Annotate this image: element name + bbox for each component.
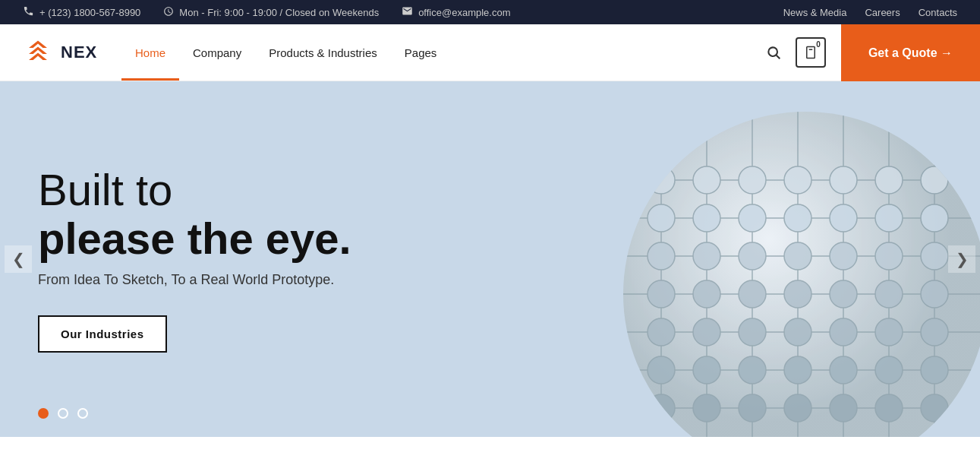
navbar: NEX Home Company Products & Industries P… xyxy=(0,24,980,81)
svg-point-41 xyxy=(830,242,857,270)
get-quote-button[interactable]: Get a Quote → xyxy=(841,24,980,81)
top-bar-right: News & Media Careers Contacts xyxy=(783,7,957,18)
hours-info: Mon - Fri: 9:00 - 19:00 / Closed on Week… xyxy=(163,6,379,19)
svg-point-26 xyxy=(784,166,811,194)
svg-point-55 xyxy=(830,318,857,346)
slider-dot-3[interactable] xyxy=(77,408,88,419)
svg-point-48 xyxy=(830,280,857,308)
search-button[interactable] xyxy=(759,38,788,67)
navbar-actions: 0 xyxy=(744,24,841,81)
svg-point-60 xyxy=(739,356,766,384)
svg-point-56 xyxy=(875,318,903,346)
svg-point-49 xyxy=(875,280,903,308)
svg-point-31 xyxy=(693,204,720,232)
top-bar: + (123) 1800-567-8990 Mon - Fri: 9:00 - … xyxy=(0,0,980,24)
hero-subtitle: From Idea To Sketch, To a Real World Pro… xyxy=(38,272,351,288)
svg-point-45 xyxy=(693,280,720,308)
svg-point-28 xyxy=(875,166,903,194)
phone-icon xyxy=(23,5,34,19)
slider-dots xyxy=(38,408,88,419)
svg-point-32 xyxy=(739,204,766,232)
svg-point-66 xyxy=(693,394,720,422)
svg-point-71 xyxy=(921,394,948,422)
svg-point-62 xyxy=(830,356,857,384)
svg-point-24 xyxy=(693,166,720,194)
svg-point-51 xyxy=(648,318,675,346)
svg-point-33 xyxy=(784,204,811,232)
svg-point-58 xyxy=(648,356,675,384)
main-nav: Home Company Products & Industries Pages xyxy=(121,24,744,81)
phone-info: + (123) 1800-567-8990 xyxy=(23,5,140,19)
svg-rect-5 xyxy=(807,47,815,59)
svg-point-61 xyxy=(784,356,811,384)
slider-prev-button[interactable]: ❮ xyxy=(5,245,32,273)
svg-point-29 xyxy=(921,166,948,194)
svg-point-3 xyxy=(768,47,777,56)
svg-point-53 xyxy=(739,318,766,346)
hero-content: Built to please the eye. From Idea To Sk… xyxy=(0,120,389,398)
svg-point-37 xyxy=(648,242,675,270)
svg-point-30 xyxy=(648,204,675,232)
svg-point-69 xyxy=(830,394,857,422)
svg-point-39 xyxy=(739,242,766,270)
svg-point-54 xyxy=(784,318,811,346)
brand-name: NEX xyxy=(61,43,97,62)
careers-link[interactable]: Careers xyxy=(865,7,900,18)
svg-point-65 xyxy=(648,394,675,422)
hero-image xyxy=(540,81,980,437)
phone-number: + (123) 1800-567-8990 xyxy=(39,7,140,18)
svg-point-8 xyxy=(623,112,980,437)
svg-point-57 xyxy=(921,318,948,346)
brand-logo-link[interactable]: NEX xyxy=(0,24,121,81)
svg-point-68 xyxy=(784,394,811,422)
hero-title: Built to please the eye. xyxy=(38,166,351,263)
chevron-right-icon: ❯ xyxy=(956,250,969,268)
chevron-left-icon: ❮ xyxy=(12,250,25,268)
hero-cta-button[interactable]: Our Industries xyxy=(38,315,167,353)
news-media-link[interactable]: News & Media xyxy=(783,7,847,18)
email-address: office@example.com xyxy=(418,7,510,18)
nav-item-products[interactable]: Products & Industries xyxy=(255,24,391,81)
svg-point-67 xyxy=(739,394,766,422)
search-icon xyxy=(766,45,781,60)
nav-item-company[interactable]: Company xyxy=(179,24,255,81)
hero-section: ❮ Built to please the eye. From Idea To … xyxy=(0,81,980,437)
svg-point-47 xyxy=(784,280,811,308)
svg-point-25 xyxy=(739,166,766,194)
svg-point-34 xyxy=(830,204,857,232)
svg-point-46 xyxy=(739,280,766,308)
business-hours: Mon - Fri: 9:00 - 19:00 / Closed on Week… xyxy=(179,7,379,18)
hero-title-line2: please the eye. xyxy=(38,214,351,263)
nav-item-pages[interactable]: Pages xyxy=(391,24,451,81)
slider-dot-1[interactable] xyxy=(38,408,49,419)
svg-point-43 xyxy=(921,242,948,270)
svg-point-50 xyxy=(921,280,948,308)
svg-point-64 xyxy=(921,356,948,384)
svg-point-27 xyxy=(830,166,857,194)
svg-point-70 xyxy=(875,394,903,422)
top-bar-left: + (123) 1800-567-8990 Mon - Fri: 9:00 - … xyxy=(23,5,510,19)
svg-point-42 xyxy=(875,242,903,270)
slider-next-button[interactable]: ❯ xyxy=(948,245,975,273)
email-icon xyxy=(402,5,413,19)
svg-point-44 xyxy=(648,280,675,308)
svg-point-38 xyxy=(693,242,720,270)
svg-point-23 xyxy=(648,166,675,194)
slider-dot-2[interactable] xyxy=(58,408,68,419)
email-info: office@example.com xyxy=(402,5,510,19)
svg-point-36 xyxy=(921,204,948,232)
nav-item-home[interactable]: Home xyxy=(121,24,179,81)
cart-button[interactable]: 0 xyxy=(796,37,826,68)
hero-title-line1: Built to xyxy=(38,165,172,214)
svg-point-52 xyxy=(693,318,720,346)
cart-count: 0 xyxy=(816,40,821,49)
brand-logo-icon xyxy=(23,39,53,66)
svg-point-59 xyxy=(693,356,720,384)
svg-point-63 xyxy=(875,356,903,384)
clock-icon xyxy=(163,6,174,19)
svg-point-40 xyxy=(784,242,811,270)
svg-point-35 xyxy=(875,204,903,232)
svg-line-4 xyxy=(777,55,780,59)
contacts-link[interactable]: Contacts xyxy=(919,7,957,18)
cart-icon xyxy=(804,46,818,59)
